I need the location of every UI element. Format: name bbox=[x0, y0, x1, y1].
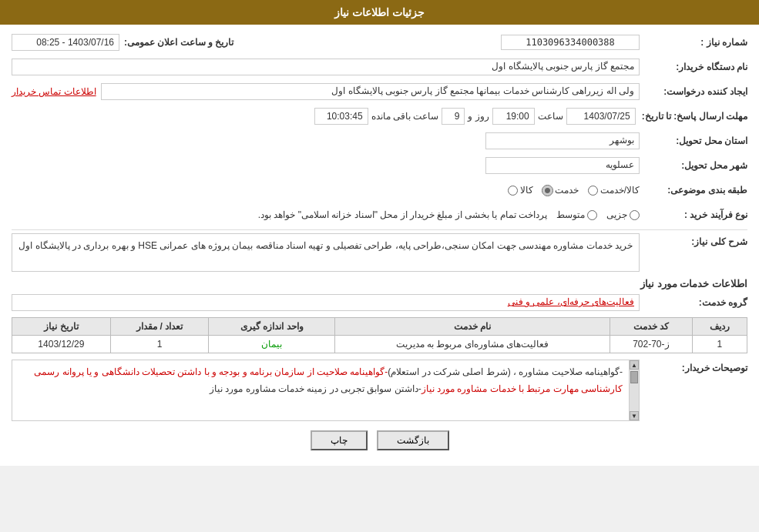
category-option-kala-khedmat[interactable]: کالا/خدمت bbox=[588, 185, 640, 196]
note-item: -داشتن سوابق تجربی در زمینه خدمات مشاوره… bbox=[210, 383, 421, 394]
buyer-label: نام دستگاه خریدار: bbox=[640, 62, 747, 72]
radio-khedmat[interactable] bbox=[542, 186, 552, 196]
category-row: طبقه بندی موضوعی: کالا خدمت کالا/خدمت bbox=[12, 180, 747, 200]
col-code: کد خدمت bbox=[610, 318, 692, 336]
announce-date-label: تاریخ و ساعت اعلان عمومی: bbox=[124, 37, 233, 48]
need-number-label: شماره نیاز : bbox=[640, 37, 747, 48]
col-date: تاریخ نیاز bbox=[12, 318, 111, 336]
buyer-row: نام دستگاه خریدار: مجتمع گاز پارس جنوبی … bbox=[12, 57, 747, 77]
process-label: نوع فرآیند خرید : bbox=[640, 209, 747, 220]
city-row: شهر محل تحویل: عسلویه bbox=[12, 156, 747, 176]
deadline-time-label: ساعت bbox=[538, 111, 563, 122]
process-jozi-label: جزیی bbox=[606, 209, 627, 220]
page-header: جزئیات اطلاعات نیاز bbox=[0, 0, 759, 25]
deadline-remaining-label: ساعت باقی مانده bbox=[371, 111, 439, 122]
page-title: جزئیات اطلاعات نیاز bbox=[334, 6, 425, 18]
province-value: بوشهر bbox=[485, 132, 640, 149]
radio-motvaset[interactable] bbox=[587, 210, 597, 220]
table-row: 1ز-70-702فعالیت‌های مشاوره‌ای مربوط به م… bbox=[12, 336, 747, 353]
col-quantity: تعداد / مقدار bbox=[110, 318, 209, 336]
deadline-day-label: روز و bbox=[468, 111, 489, 122]
category-option-kala[interactable]: کالا bbox=[508, 185, 533, 196]
contact-link[interactable]: اطلاعات تماس خریدار bbox=[12, 86, 96, 97]
scroll-sidebar: ▲ ▼ bbox=[629, 360, 640, 421]
button-row: بازگشت چاپ bbox=[12, 430, 747, 450]
need-number-value: 1103096334000388 bbox=[501, 35, 640, 50]
description-label: شرح کلی نیاز: bbox=[640, 233, 747, 247]
print-button[interactable]: چاپ bbox=[311, 430, 368, 450]
page-content: شماره نیاز : 1103096334000388 تاریخ و سا… bbox=[0, 25, 759, 466]
table-cell: 1403/12/29 bbox=[12, 336, 111, 353]
category-kala-label: کالا bbox=[520, 185, 533, 196]
city-label: شهر محل تحویل: bbox=[640, 160, 747, 171]
deadline-days: 9 bbox=[442, 108, 465, 125]
buyer-value: مجتمع گاز پارس جنوبی پالایشگاه اول bbox=[12, 59, 640, 75]
back-button[interactable]: بازگشت bbox=[377, 430, 449, 450]
deadline-label: مهلت ارسال پاسخ: تا تاریخ: bbox=[636, 111, 747, 122]
scroll-down-button[interactable]: ▼ bbox=[630, 411, 639, 420]
radio-jozi[interactable] bbox=[630, 210, 640, 220]
province-row: استان محل تحویل: بوشهر bbox=[12, 131, 747, 151]
services-header: اطلاعات خدمات مورد نیاز bbox=[12, 278, 747, 289]
province-label: استان محل تحویل: bbox=[640, 136, 747, 146]
service-group-row: گروه خدمت: فعالیت‌های حرفه‌ای، علمی و فن… bbox=[12, 293, 747, 313]
table-cell: بیمان bbox=[209, 336, 335, 353]
scroll-track bbox=[630, 370, 639, 411]
table-cell: 1 bbox=[692, 336, 747, 353]
service-group-link[interactable]: فعالیت‌های حرفه‌ای، علمی و فنی bbox=[508, 296, 634, 307]
col-name: نام خدمت bbox=[335, 318, 610, 336]
process-motvaset-label: متوسط bbox=[556, 209, 585, 220]
category-option-khedmat[interactable]: خدمت bbox=[542, 185, 579, 196]
radio-kala-khedmat[interactable] bbox=[588, 186, 598, 196]
category-label: طبقه بندی موضوعی: bbox=[640, 185, 747, 196]
buyer-notes-row: توصیحات خریدار: ▲ ▼ -گواهینامه صلاحیت مش… bbox=[12, 360, 747, 421]
deadline-remaining: 10:03:45 bbox=[314, 108, 368, 125]
service-group-label: گروه خدمت: bbox=[640, 297, 747, 308]
col-row: ردیف bbox=[692, 318, 747, 336]
note-item: -گواهینامه صلاحیت مشاوره ، (شرط اصلی شرک… bbox=[388, 366, 623, 377]
process-options: جزیی متوسط پرداخت تمام یا بخشی از مبلغ خ… bbox=[12, 209, 640, 220]
description-value: خرید خدمات مشاوره مهندسی جهت امکان سنجی،… bbox=[12, 233, 640, 272]
creator-value: ولی اله زیرراهی کارشناس خدمات بیمانها مج… bbox=[101, 83, 640, 100]
category-khedmat-label: خدمت bbox=[555, 185, 579, 196]
radio-kala[interactable] bbox=[508, 186, 518, 196]
main-container: جزئیات اطلاعات نیاز شماره نیاز : 1103096… bbox=[0, 0, 759, 466]
process-option-jozi[interactable]: جزیی bbox=[606, 209, 640, 220]
category-options: کالا خدمت کالا/خدمت bbox=[508, 185, 640, 196]
deadline-time: 19:00 bbox=[492, 108, 535, 125]
table-cell: 1 bbox=[110, 336, 209, 353]
category-kala-khedmat-label: کالا/خدمت bbox=[600, 185, 640, 196]
scroll-thumb bbox=[630, 371, 638, 383]
scroll-up-button[interactable]: ▲ bbox=[630, 360, 639, 370]
service-group-value: فعالیت‌های حرفه‌ای، علمی و فنی bbox=[12, 294, 640, 311]
need-number-row: شماره نیاز : 1103096334000388 تاریخ و سا… bbox=[12, 32, 747, 52]
table-cell: فعالیت‌های مشاوره‌ای مربوط به مدیریت bbox=[335, 336, 610, 353]
deadline-date: 1403/07/25 bbox=[566, 108, 636, 125]
deadline-row: مهلت ارسال پاسخ: تا تاریخ: 1403/07/25 سا… bbox=[12, 106, 747, 126]
table-cell: ز-70-702 bbox=[610, 336, 692, 353]
buyer-notes-container: ▲ ▼ -گواهینامه صلاحیت مشاوره ، (شرط اصلی… bbox=[12, 360, 640, 421]
buyer-notes-content: -گواهینامه صلاحیت مشاوره ، (شرط اصلی شرک… bbox=[12, 360, 629, 421]
process-option-motvaset[interactable]: متوسط bbox=[556, 209, 597, 220]
description-row: شرح کلی نیاز: خرید خدمات مشاوره مهندسی ج… bbox=[12, 233, 747, 272]
process-row: نوع فرآیند خرید : جزیی متوسط پرداخت تمام… bbox=[12, 205, 747, 225]
buyer-notes-label: توصیحات خریدار: bbox=[640, 360, 747, 373]
creator-label: ایجاد کننده درخواست: bbox=[640, 86, 747, 97]
process-note: پرداخت تمام یا بخشی از مبلغ خریدار از مح… bbox=[12, 209, 547, 220]
col-unit: واحد اندازه گیری bbox=[209, 318, 335, 336]
announce-date-value: 1403/07/16 - 08:25 bbox=[12, 34, 119, 51]
creator-row: ایجاد کننده درخواست: ولی اله زیرراهی کار… bbox=[12, 82, 747, 102]
divider-1 bbox=[12, 229, 747, 230]
city-value: عسلویه bbox=[485, 157, 640, 174]
services-table: ردیف کد خدمت نام خدمت واحد اندازه گیری ت… bbox=[12, 317, 747, 353]
